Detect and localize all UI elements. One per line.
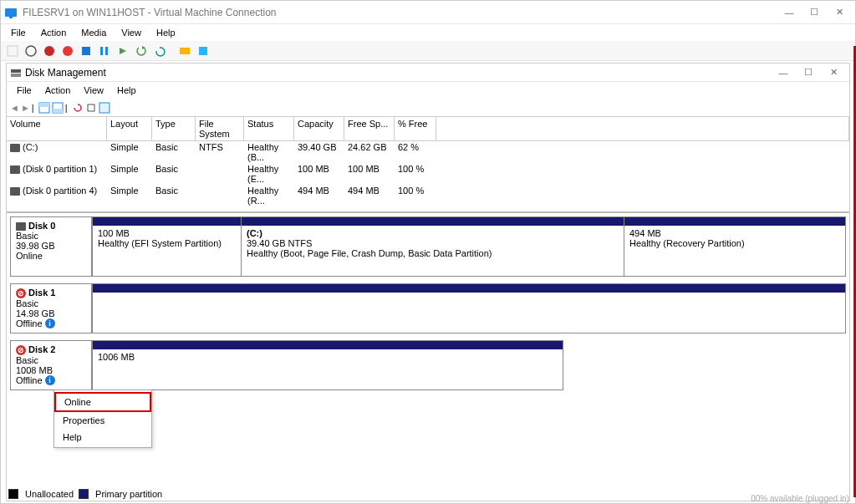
offline-icon: ⊘ <box>16 288 26 298</box>
inner-maximize-button[interactable]: ☐ <box>796 64 821 81</box>
outer-menubar: File Action Media View Help <box>1 24 855 41</box>
inner-menu-action[interactable]: Action <box>38 84 78 97</box>
disk-graphical-view: Disk 0 Basic 39.98 GB Online 100 MB Heal… <box>7 211 849 501</box>
start-icon[interactable] <box>23 43 39 59</box>
col-status[interactable]: Status <box>244 117 294 140</box>
table-row[interactable]: (Disk 0 partition 4) Simple Basic Health… <box>7 185 849 206</box>
context-menu-online[interactable]: Online <box>54 392 151 412</box>
svg-point-4 <box>44 46 54 56</box>
inner-window-controls: — ☐ ✕ <box>771 64 846 81</box>
col-type[interactable]: Type <box>152 117 196 140</box>
legend-swatch-unallocated <box>8 489 18 499</box>
save-icon[interactable] <box>78 43 94 59</box>
forward-icon[interactable]: ► <box>21 103 30 113</box>
pause-icon[interactable] <box>96 43 113 59</box>
close-button[interactable]: ✕ <box>827 4 852 21</box>
reset-icon[interactable] <box>115 43 131 59</box>
inner-menubar: File Action View Help <box>7 82 849 99</box>
col-capacity[interactable]: Capacity <box>294 117 344 140</box>
col-freespace[interactable]: Free Sp... <box>344 117 395 140</box>
outer-titlebar: FILESRV1 on WIN11HOST - Virtual Machine … <box>1 1 855 24</box>
enhanced-icon[interactable] <box>176 43 193 59</box>
outer-title: FILESRV1 on WIN11HOST - Virtual Machine … <box>23 7 777 18</box>
vm-icon <box>4 6 18 19</box>
menu-help[interactable]: Help <box>150 26 182 39</box>
volume-icon <box>10 144 20 152</box>
legend: Unallocated Primary partition <box>8 489 162 499</box>
disk1-row: ⊘ Disk 1 Basic 14.98 GB Offline i <box>10 283 846 333</box>
volume-table: Volume Layout Type File System Status Ca… <box>7 117 849 206</box>
legend-primary-label: Primary partition <box>95 489 162 499</box>
col-spacer <box>436 117 849 140</box>
inner-menu-file[interactable]: File <box>10 84 38 97</box>
volume-table-header: Volume Layout Type File System Status Ca… <box>7 117 849 141</box>
context-menu-help[interactable]: Help <box>54 429 151 445</box>
partition-efi[interactable]: 100 MB Healthy (EFI System Partition) <box>93 217 242 276</box>
diskmgmt-icon <box>10 67 22 79</box>
status-footer: 00% available (plugged in) <box>751 494 849 503</box>
share-icon[interactable] <box>195 43 211 59</box>
checkpoint-icon[interactable] <box>133 43 150 59</box>
partition-recovery[interactable]: 494 MB Healthy (Recovery Partition) <box>624 217 845 276</box>
svg-point-5 <box>63 46 73 56</box>
back-icon[interactable]: ◄ <box>10 103 19 113</box>
turnoff-icon[interactable] <box>41 43 58 59</box>
inner-menu-view[interactable]: View <box>77 84 110 97</box>
svg-rect-0 <box>5 8 17 17</box>
disk2-info[interactable]: ⊘ Disk 2 Basic 1008 MB Offline i <box>10 340 92 390</box>
svg-rect-2 <box>8 46 18 56</box>
inner-close-button[interactable]: ✕ <box>821 64 846 81</box>
revert-icon[interactable] <box>151 43 168 59</box>
ctrl-alt-del-icon[interactable] <box>4 43 21 59</box>
inner-titlebar: Disk Management — ☐ ✕ <box>7 64 849 82</box>
menu-file[interactable]: File <box>4 26 33 39</box>
svg-rect-16 <box>39 103 49 107</box>
context-menu: Online Properties Help <box>54 389 152 448</box>
refresh-icon[interactable] <box>72 102 84 114</box>
maximize-button[interactable]: ☐ <box>802 4 827 21</box>
disk-icon <box>16 222 26 231</box>
info-icon[interactable]: i <box>45 318 55 328</box>
table-row[interactable]: (Disk 0 partition 1) Simple Basic Health… <box>7 163 849 185</box>
partition-disk1[interactable] <box>93 284 845 333</box>
disk0-partitions: 100 MB Healthy (EFI System Partition) (C… <box>92 216 846 277</box>
volume-icon <box>10 165 20 174</box>
disk0-info[interactable]: Disk 0 Basic 39.98 GB Online <box>10 216 92 277</box>
menu-view[interactable]: View <box>115 26 148 39</box>
table-row[interactable]: (C:) Simple Basic NTFS Healthy (B... 39.… <box>7 141 849 163</box>
disk2-partitions: 1006 MB <box>92 340 846 390</box>
disk1-partitions <box>92 283 846 333</box>
menu-media[interactable]: Media <box>74 26 113 39</box>
svg-point-3 <box>26 46 36 56</box>
legend-swatch-primary <box>79 489 89 499</box>
context-menu-properties[interactable]: Properties <box>54 412 151 429</box>
view-top-icon[interactable] <box>38 102 50 114</box>
col-filesystem[interactable]: File System <box>196 117 244 140</box>
svg-rect-12 <box>199 47 207 55</box>
svg-rect-11 <box>180 48 190 54</box>
disk0-row: Disk 0 Basic 39.98 GB Online 100 MB Heal… <box>10 216 846 277</box>
settings-icon[interactable] <box>85 102 97 114</box>
view-bottom-icon[interactable] <box>52 102 64 114</box>
legend-unallocated-label: Unallocated <box>25 489 74 499</box>
help-icon[interactable] <box>99 102 110 114</box>
svg-rect-7 <box>100 47 103 55</box>
svg-rect-14 <box>11 74 21 77</box>
menu-action[interactable]: Action <box>34 26 74 39</box>
inner-minimize-button[interactable]: — <box>771 64 796 81</box>
disk2-row: ⊘ Disk 2 Basic 1008 MB Offline i 1006 MB <box>10 340 846 390</box>
svg-marker-9 <box>120 48 126 54</box>
inner-title: Disk Management <box>25 67 106 79</box>
offline-icon: ⊘ <box>16 345 26 355</box>
inner-menu-help[interactable]: Help <box>110 84 143 97</box>
minimize-button[interactable]: — <box>777 4 802 21</box>
partition-disk2[interactable]: 1006 MB <box>92 340 563 390</box>
col-layout[interactable]: Layout <box>107 117 152 140</box>
partition-c[interactable]: (C:) 39.40 GB NTFS Healthy (Boot, Page F… <box>242 217 624 276</box>
svg-rect-1 <box>9 17 13 18</box>
disk1-info[interactable]: ⊘ Disk 1 Basic 14.98 GB Offline i <box>10 283 92 333</box>
info-icon[interactable]: i <box>45 375 55 385</box>
col-pctfree[interactable]: % Free <box>395 117 436 140</box>
col-volume[interactable]: Volume <box>7 117 107 140</box>
shutdown-icon[interactable] <box>59 43 76 59</box>
